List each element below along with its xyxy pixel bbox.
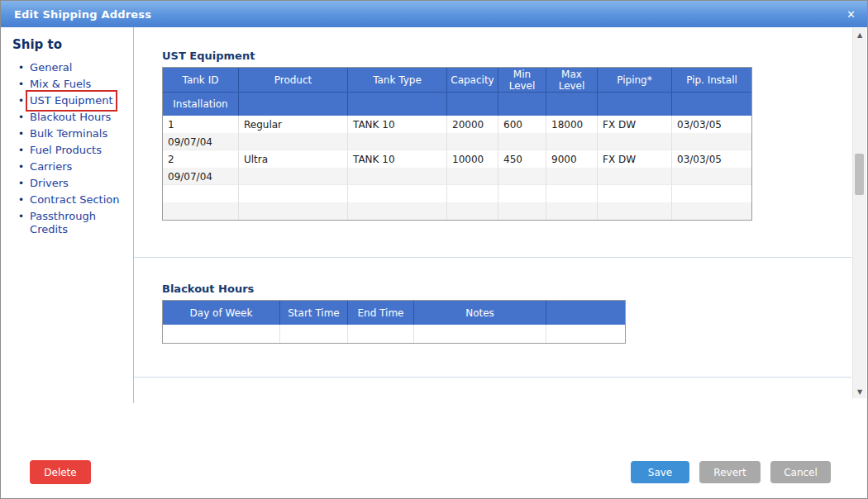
- column-header-capacity: Capacity: [447, 68, 498, 92]
- tank-id-value: 2: [168, 153, 233, 167]
- bullet-icon: •: [18, 193, 24, 207]
- sidebar-item-label: Bulk Terminals: [30, 127, 107, 140]
- cell-end-time[interactable]: [348, 325, 414, 343]
- tank-type-value: TANK 10: [353, 118, 441, 132]
- blackout-table-header-row: Day of Week Start Time End Time Notes: [163, 301, 625, 325]
- cell-tank-id-installation[interactable]: 1 09/07/04: [163, 116, 239, 150]
- ust-table-row[interactable]: 2 09/07/04 Ultra TANK 10 10000 450 9000 …: [163, 150, 751, 185]
- cell-tank-id-installation[interactable]: 2 09/07/04: [163, 150, 239, 185]
- section-divider: [134, 257, 851, 258]
- cell-tank-type[interactable]: [348, 185, 447, 220]
- ust-equipment-table: Tank ID Product Tank Type Capacity Min L…: [162, 67, 752, 221]
- bullet-icon: •: [18, 111, 24, 124]
- sidebar-item-label: Mix & Fuels: [30, 78, 91, 91]
- cell-product[interactable]: Regular: [239, 116, 348, 150]
- scroll-down-icon[interactable]: ▼: [853, 385, 866, 398]
- sidebar-item-passthrough-credits[interactable]: • Passthrough Credits: [18, 210, 133, 236]
- pip-install-value: 03/03/05: [677, 153, 746, 167]
- cell-capacity[interactable]: [447, 185, 498, 220]
- cell-min-level[interactable]: 600: [498, 116, 546, 150]
- cell-pip-install[interactable]: [672, 185, 751, 220]
- cell-pip-install[interactable]: 03/03/05: [672, 116, 751, 150]
- bullet-icon: •: [18, 94, 24, 107]
- close-icon[interactable]: ✕: [847, 9, 856, 20]
- cell-max-level[interactable]: 9000: [546, 150, 598, 185]
- sidebar-item-general[interactable]: • General: [18, 61, 133, 74]
- tank-id-value: 1: [168, 118, 233, 132]
- tank-type-value: TANK 10: [353, 153, 441, 167]
- cell-tank-id-installation[interactable]: [163, 185, 239, 220]
- column-header-pip-install: Pip. Install: [672, 68, 751, 92]
- cell-piping[interactable]: FX DW: [598, 150, 672, 185]
- cell-piping[interactable]: [598, 185, 672, 220]
- cell-blank[interactable]: [546, 325, 625, 343]
- cell-start-time[interactable]: [280, 325, 348, 343]
- cell-max-level[interactable]: [546, 185, 598, 220]
- sidebar-item-label: General: [30, 61, 72, 74]
- save-button[interactable]: Save: [631, 461, 689, 483]
- vertical-scrollbar[interactable]: ▲ ▼: [852, 28, 866, 398]
- subheader-blank-cell: [598, 92, 672, 116]
- installation-value: [168, 188, 233, 189]
- ship-to-sidebar: Ship to • General • Mix & Fuels • UST Eq…: [1, 27, 133, 402]
- cell-capacity[interactable]: 20000: [447, 116, 498, 150]
- capacity-value: 20000: [452, 118, 493, 132]
- scrollbar-thumb[interactable]: [855, 154, 864, 195]
- subheader-blank-cell: [447, 92, 498, 116]
- sidebar-heading: Ship to: [12, 37, 133, 52]
- cell-piping[interactable]: FX DW: [598, 116, 672, 150]
- sidebar-item-label: UST Equipment: [30, 94, 112, 107]
- sidebar-divider: [133, 27, 134, 403]
- cell-pip-install[interactable]: 03/03/05: [672, 150, 751, 185]
- scroll-up-icon[interactable]: ▲: [853, 28, 866, 41]
- ust-table-subheader-row: Installation: [163, 92, 751, 116]
- sidebar-item-ust-equipment[interactable]: • UST Equipment: [18, 94, 133, 107]
- blackout-hours-table: Day of Week Start Time End Time Notes: [162, 300, 626, 344]
- sidebar-item-drivers[interactable]: • Drivers: [18, 177, 133, 190]
- sidebar-item-blackout-hours[interactable]: • Blackout Hours: [18, 111, 133, 124]
- installation-value: 09/07/04: [168, 167, 233, 185]
- column-header-end-time: End Time: [348, 301, 414, 325]
- sidebar-item-mix-fuels[interactable]: • Mix & Fuels: [18, 78, 133, 91]
- piping-value: FX DW: [603, 118, 666, 132]
- cell-product[interactable]: [239, 185, 348, 220]
- min-level-value: 450: [503, 153, 541, 167]
- sidebar-item-bulk-terminals[interactable]: • Bulk Terminals: [18, 127, 133, 140]
- sidebar-item-contract-section[interactable]: • Contract Section: [18, 193, 133, 207]
- bullet-icon: •: [18, 61, 24, 74]
- cell-notes[interactable]: [414, 325, 546, 343]
- subheader-blank-cell: [546, 92, 598, 116]
- cell-max-level[interactable]: 18000: [546, 116, 598, 150]
- column-header-product: Product: [239, 68, 348, 92]
- cell-min-level[interactable]: 450: [498, 150, 546, 185]
- section-divider: [134, 377, 851, 378]
- piping-value: FX DW: [603, 153, 666, 167]
- edit-shipping-address-dialog: Edit Shipping Address ✕ Ship to • Genera…: [0, 0, 868, 499]
- subheader-blank-cell: [348, 92, 447, 116]
- column-header-blank: [546, 301, 625, 325]
- subheader-blank-cell: [498, 92, 546, 116]
- delete-button[interactable]: Delete: [30, 460, 91, 484]
- cancel-button[interactable]: Cancel: [770, 461, 831, 483]
- ust-equipment-section-title: UST Equipment: [162, 50, 255, 62]
- dialog-title: Edit Shipping Address: [14, 8, 847, 21]
- blackout-table-empty-row[interactable]: [163, 325, 625, 343]
- ust-table-empty-row[interactable]: [163, 185, 751, 220]
- cell-min-level[interactable]: [498, 185, 546, 220]
- column-header-start-time: Start Time: [280, 301, 348, 325]
- revert-button[interactable]: Revert: [699, 461, 761, 483]
- column-header-tank-id: Tank ID: [163, 68, 239, 92]
- cell-tank-type[interactable]: TANK 10: [348, 150, 447, 185]
- cell-tank-type[interactable]: TANK 10: [348, 116, 447, 150]
- sidebar-item-fuel-products[interactable]: • Fuel Products: [18, 144, 133, 157]
- bullet-icon: •: [18, 144, 24, 157]
- bullet-icon: •: [18, 160, 24, 173]
- subheader-blank-cell: [239, 92, 348, 116]
- dialog-titlebar: Edit Shipping Address ✕: [1, 1, 867, 27]
- column-header-max-level: Max Level: [546, 68, 598, 92]
- ust-table-row[interactable]: 1 09/07/04 Regular TANK 10 20000 600 180…: [163, 116, 751, 150]
- cell-product[interactable]: Ultra: [239, 150, 348, 185]
- sidebar-item-carriers[interactable]: • Carriers: [18, 160, 133, 173]
- cell-capacity[interactable]: 10000: [447, 150, 498, 185]
- cell-day-of-week[interactable]: [163, 325, 280, 343]
